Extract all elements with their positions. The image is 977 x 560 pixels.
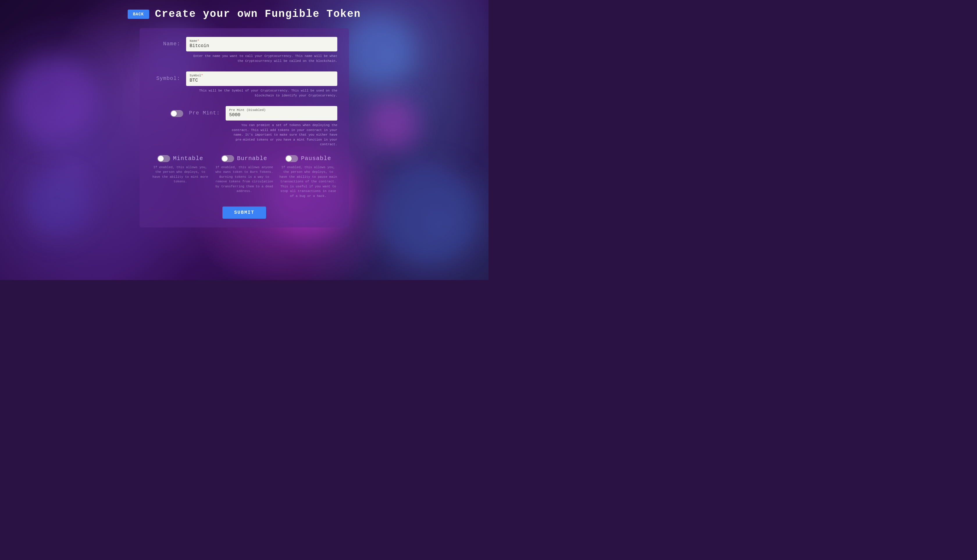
pausable-name: Pausable [301, 155, 331, 162]
form-card: Name: Name* Bitcoin Enter the name you w… [140, 28, 349, 227]
burnable-desc: If enabled, this allows anyone who owns … [215, 165, 273, 194]
burnable-toggle[interactable] [221, 155, 234, 162]
feature-mintable: Mintable If enabled, this allows you, th… [151, 155, 209, 199]
pausable-toggle-knob [286, 156, 292, 162]
symbol-input-container[interactable]: Symbol* BTC [186, 72, 337, 86]
premint-field: Pre Mint (Disabled) 5000 You can premint… [226, 106, 337, 147]
pausable-toggle[interactable] [285, 155, 298, 162]
name-hint: Enter the name you want to call your Cry… [186, 54, 337, 63]
header: BACK Create your own Fungible Token [128, 8, 361, 20]
premint-input-label: Pre Mint (Disabled) [229, 108, 334, 112]
mintable-name: Mintable [173, 155, 203, 162]
feature-burnable: Burnable If enabled, this allows anyone … [215, 155, 273, 199]
premint-input-container[interactable]: Pre Mint (Disabled) 5000 [226, 106, 337, 120]
page-title: Create your own Fungible Token [155, 8, 361, 20]
name-input-container[interactable]: Name* Bitcoin [186, 37, 337, 52]
name-input-label: Name* [189, 39, 334, 43]
name-label: Name: [151, 37, 186, 47]
page: BACK Create your own Fungible Token Name… [0, 0, 488, 280]
mintable-desc: If enabled, this allows you, the person … [151, 165, 209, 184]
submit-button[interactable]: SUBMIT [223, 207, 266, 219]
back-button[interactable]: BACK [128, 10, 149, 19]
mintable-toggle[interactable] [157, 155, 170, 162]
symbol-field: Symbol* BTC This will be the Symbol of y… [186, 72, 337, 98]
symbol-input-value[interactable]: BTC [189, 78, 334, 83]
burnable-name: Burnable [237, 155, 267, 162]
symbol-label: Symbol: [151, 72, 186, 81]
burnable-toggle-knob [222, 156, 228, 162]
premint-hint: You can premint a set of tokens when dep… [226, 123, 337, 147]
premint-label: Pre Mint: [186, 106, 226, 116]
premint-toggle-area [151, 106, 186, 117]
premint-toggle[interactable] [171, 110, 183, 117]
premint-row: Pre Mint: Pre Mint (Disabled) 5000 You c… [151, 106, 337, 147]
symbol-row: Symbol: Symbol* BTC This will be the Sym… [151, 72, 337, 98]
features-row: Mintable If enabled, this allows you, th… [151, 155, 337, 199]
burnable-header: Burnable [221, 155, 267, 162]
name-required-star: * [197, 39, 199, 43]
pausable-header: Pausable [285, 155, 331, 162]
premint-input-value[interactable]: 5000 [229, 112, 334, 118]
symbol-input-label: Symbol* [189, 74, 334, 77]
symbol-required-star: * [201, 74, 203, 77]
mintable-header: Mintable [157, 155, 203, 162]
name-input-value[interactable]: Bitcoin [189, 43, 334, 48]
mintable-toggle-knob [158, 156, 164, 162]
premint-toggle-knob [171, 111, 177, 117]
feature-pausable: Pausable If enabled, this allows you, th… [279, 155, 337, 199]
submit-row: SUBMIT [151, 207, 337, 219]
symbol-hint: This will be the Symbol of your Cryptocu… [186, 88, 337, 98]
pausable-desc: If enabled, this allows you, the person … [279, 165, 337, 199]
name-row: Name: Name* Bitcoin Enter the name you w… [151, 37, 337, 63]
name-field: Name* Bitcoin Enter the name you want to… [186, 37, 337, 63]
